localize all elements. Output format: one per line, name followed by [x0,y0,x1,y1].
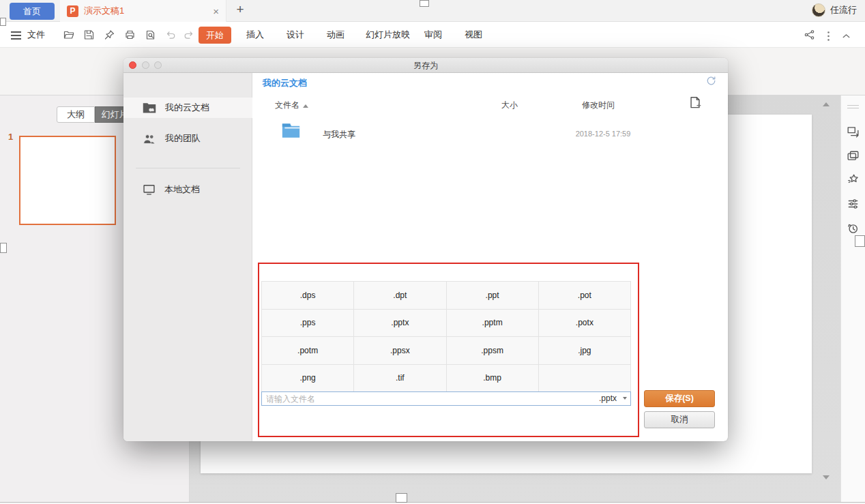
menu-view[interactable]: 视图 [465,22,482,48]
panel-grip-handle[interactable] [847,105,859,110]
sidebar-item-label: 我的团队 [165,132,201,145]
properties-sliders-icon[interactable] [847,198,860,210]
selection-handle-left-middle[interactable] [0,243,7,253]
dialog-close-icon[interactable] [129,61,136,69]
close-tab-icon[interactable]: × [213,5,219,17]
user-name: 任流行 [830,4,857,16]
sidebar-divider [136,168,240,168]
menu-bar: 文件 开始 插入 设计 动画 幻灯片放映 审阅 视图 [0,22,865,48]
sidebar-item-label: 我的云文档 [165,102,209,114]
dialog-titlebar[interactable]: 另存为 [123,58,728,73]
wps-presentation-logo-icon: P [67,5,78,17]
column-header-size[interactable]: 大小 [495,100,525,111]
computer-icon [143,184,156,195]
menu-insert[interactable]: 插入 [246,22,264,48]
sidebar-item-my-team[interactable]: 我的团队 [123,128,252,149]
team-icon [143,134,156,144]
tab-outline[interactable]: 大纲 [57,106,95,123]
wps-presentation-window: 首页 P 演示文稿1 × + 任流行 文件 开始 插入 设计 动画 幻灯片放映 … [0,0,865,504]
window-tab-bar: 首页 P 演示文稿1 × + 任流行 [0,0,865,22]
dialog-zoom-icon[interactable] [154,61,162,69]
menu-animation[interactable]: 动画 [327,22,344,48]
cloud-folder-icon [143,102,156,113]
column-header-modified[interactable]: 修改时间 [578,100,619,111]
sidebar-item-local-docs[interactable]: 本地文档 [123,179,252,200]
file-row-name[interactable]: 与我共享 [323,129,355,140]
undo-icon[interactable] [165,29,177,40]
slides-switch-icon[interactable] [847,125,860,138]
dialog-sidebar: 我的云文档 我的团队 本地文档 [123,73,252,441]
animation-star-icon[interactable] [847,173,860,186]
main-menu-icon[interactable] [11,31,21,42]
refresh-icon[interactable] [705,75,717,87]
scroll-down-arrow[interactable] [823,475,830,479]
slide-thumbnail[interactable] [19,136,116,225]
slide-layout-icon[interactable] [847,150,860,162]
cancel-button[interactable]: 取消 [644,411,715,428]
document-tab-title: 演示文稿1 [84,5,124,17]
sidebar-item-label: 本地文档 [164,183,200,196]
scroll-up-arrow[interactable] [823,102,830,106]
sidebar-item-cloud-docs[interactable]: 我的云文档 [123,98,252,118]
dialog-title: 另存为 [413,61,438,70]
column-header-filename[interactable]: 文件名 [275,100,308,111]
save-icon[interactable] [83,29,95,40]
print-icon[interactable] [124,29,136,40]
new-tab-button[interactable]: + [233,2,248,17]
selection-handle-bottom-center[interactable] [396,493,407,503]
redo-icon[interactable] [183,29,194,40]
right-tool-panel [840,95,865,504]
share-icon[interactable] [804,29,815,40]
history-clock-icon[interactable] [847,222,860,235]
dialog-minimize-icon[interactable] [142,61,149,69]
menu-file[interactable]: 文件 [27,22,45,48]
home-tab-button[interactable]: 首页 [10,3,55,20]
slide-number: 1 [8,132,13,142]
file-row-modified: 2018-12-5 17:59 [566,130,641,138]
menu-review[interactable]: 审阅 [424,22,442,48]
menu-slideshow[interactable]: 幻灯片放映 [366,22,410,48]
user-account[interactable]: 任流行 [812,3,857,17]
document-tab[interactable]: P 演示文稿1 × [60,0,226,22]
folder-blue-icon [282,123,300,138]
selection-handle-top-center[interactable] [420,0,429,7]
annotation-red-rectangle [258,263,639,437]
open-file-icon[interactable] [63,29,75,40]
menu-start-active[interactable]: 开始 [199,27,231,44]
user-avatar [812,3,825,17]
selection-handle-right-middle[interactable] [855,235,865,247]
breadcrumb-cloud-docs[interactable]: 我的云文档 [263,77,307,89]
new-folder-icon[interactable] [688,96,702,109]
selection-handle-top-left[interactable] [0,18,6,26]
save-button[interactable]: 保存(S) [644,390,715,407]
more-options-kebab-icon[interactable] [827,31,830,42]
output-pin-icon[interactable] [104,29,115,40]
sort-ascending-icon [303,104,308,108]
menu-design[interactable]: 设计 [287,22,304,48]
collapse-ribbon-icon[interactable] [842,33,851,39]
print-preview-icon[interactable] [145,29,156,40]
